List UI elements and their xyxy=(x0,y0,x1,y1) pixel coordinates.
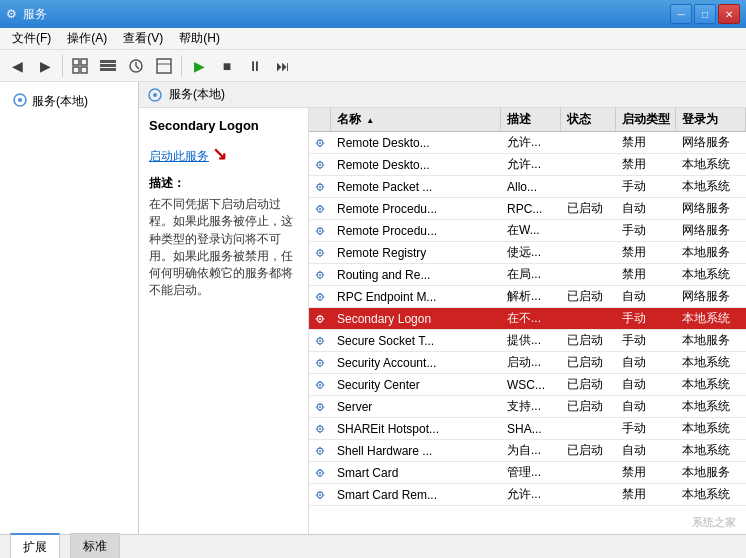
table-row[interactable]: Remote Deskto... 允许... 禁用 本地系统 xyxy=(309,154,746,176)
right-panel: 服务(本地) Secondary Logon 启动此服务 ↘ 描述： 在不同凭据… xyxy=(139,82,746,534)
row-startup: 自动 xyxy=(616,396,676,417)
services-table[interactable]: 名称 ▲ 描述 状态 启动类型 登录为 Remote xyxy=(309,108,746,534)
table-row[interactable]: Routing and Re... 在局... 禁用 本地系统 xyxy=(309,264,746,286)
row-name: Remote Deskto... xyxy=(331,132,501,153)
row-desc: 允许... xyxy=(501,132,561,153)
row-name: Remote Deskto... xyxy=(331,154,501,175)
row-startup: 手动 xyxy=(616,220,676,241)
arrow-indicator: ↘ xyxy=(212,144,227,164)
row-icon xyxy=(309,264,331,285)
header-startup[interactable]: 启动类型 xyxy=(616,108,676,131)
row-icon xyxy=(309,308,331,329)
header-desc[interactable]: 描述 xyxy=(501,108,561,131)
row-logon: 本地系统 xyxy=(676,264,746,285)
maximize-button[interactable]: □ xyxy=(694,4,716,24)
table-row[interactable]: Secondary Logon 在不... 手动 本地系统 xyxy=(309,308,746,330)
start-service-button[interactable]: ▶ xyxy=(186,53,212,79)
close-button[interactable]: ✕ xyxy=(718,4,740,24)
row-icon xyxy=(309,374,331,395)
table-row[interactable]: Remote Registry 使远... 禁用 本地服务 xyxy=(309,242,746,264)
row-logon: 本地系统 xyxy=(676,440,746,461)
minimize-button[interactable]: ─ xyxy=(670,4,692,24)
toolbar-btn-1[interactable] xyxy=(67,53,93,79)
row-name: Remote Procedu... xyxy=(331,220,501,241)
svg-point-107 xyxy=(319,471,321,473)
row-startup: 手动 xyxy=(616,308,676,329)
sort-icon: ▲ xyxy=(366,116,374,125)
svg-point-17 xyxy=(319,141,321,143)
row-startup: 禁用 xyxy=(616,484,676,505)
sidebar-item-label: 服务(本地) xyxy=(32,93,88,110)
svg-rect-10 xyxy=(157,59,171,73)
panel-header-icon xyxy=(147,87,163,103)
table-row[interactable]: Security Account... 启动... 已启动 自动 本地系统 xyxy=(309,352,746,374)
row-name: Security Center xyxy=(331,374,501,395)
toolbar-btn-2[interactable] xyxy=(95,53,121,79)
table-row[interactable]: Secure Socket T... 提供... 已启动 手动 本地服务 xyxy=(309,330,746,352)
tab-standard[interactable]: 标准 xyxy=(70,533,120,558)
row-logon: 本地系统 xyxy=(676,352,746,373)
svg-rect-4 xyxy=(100,60,116,63)
row-startup: 禁用 xyxy=(616,242,676,263)
menu-action[interactable]: 操作(A) xyxy=(59,29,115,49)
header-logon[interactable]: 登录为 xyxy=(676,108,746,131)
header-icon xyxy=(309,108,331,131)
svg-point-95 xyxy=(319,427,321,429)
menu-file[interactable]: 文件(F) xyxy=(4,29,59,49)
table-row[interactable]: Shell Hardware ... 为自... 已启动 自动 本地系统 xyxy=(309,440,746,462)
row-logon: 网络服务 xyxy=(676,286,746,307)
row-startup: 禁用 xyxy=(616,154,676,175)
header-status[interactable]: 状态 xyxy=(561,108,616,131)
start-service-link[interactable]: 启动此服务 xyxy=(149,149,209,163)
row-icon xyxy=(309,462,331,483)
row-logon: 本地系统 xyxy=(676,484,746,505)
stop-service-button[interactable]: ■ xyxy=(214,53,240,79)
toolbar-btn-3[interactable] xyxy=(123,53,149,79)
table-row[interactable]: SHAREit Hotspot... SHA... 手动 本地系统 xyxy=(309,418,746,440)
svg-line-9 xyxy=(136,66,139,69)
row-icon xyxy=(309,220,331,241)
table-body: Remote Deskto... 允许... 禁用 网络服务 Remote De… xyxy=(309,132,746,506)
menu-help[interactable]: 帮助(H) xyxy=(171,29,228,49)
table-row[interactable]: Remote Procedu... RPC... 已启动 自动 网络服务 xyxy=(309,198,746,220)
svg-point-15 xyxy=(153,93,157,97)
menu-view[interactable]: 查看(V) xyxy=(115,29,171,49)
status-bar: 扩展 标准 xyxy=(0,534,746,558)
sidebar-item-local-services[interactable]: 服务(本地) xyxy=(8,90,130,113)
row-name: Remote Registry xyxy=(331,242,501,263)
table-row[interactable]: Smart Card 管理... 禁用 本地服务 xyxy=(309,462,746,484)
row-icon xyxy=(309,484,331,505)
row-status: 已启动 xyxy=(561,198,616,219)
row-logon: 本地系统 xyxy=(676,154,746,175)
svg-point-41 xyxy=(319,229,321,231)
table-row[interactable]: Server 支持... 已启动 自动 本地系统 xyxy=(309,396,746,418)
row-name: Remote Packet ... xyxy=(331,176,501,197)
row-startup: 手动 xyxy=(616,176,676,197)
row-name: Remote Procedu... xyxy=(331,198,501,219)
table-row[interactable]: Remote Packet ... Allo... 手动 本地系统 xyxy=(309,176,746,198)
restart-service-button[interactable]: ⏭ xyxy=(270,53,296,79)
row-desc: RPC... xyxy=(501,198,561,219)
row-name: Secondary Logon xyxy=(331,308,501,329)
header-name[interactable]: 名称 ▲ xyxy=(331,108,501,131)
table-row[interactable]: RPC Endpoint M... 解析... 已启动 自动 网络服务 xyxy=(309,286,746,308)
table-row[interactable]: Remote Deskto... 允许... 禁用 网络服务 xyxy=(309,132,746,154)
pause-service-button[interactable]: ⏸ xyxy=(242,53,268,79)
tab-extended[interactable]: 扩展 xyxy=(10,533,60,559)
row-icon xyxy=(309,242,331,263)
row-name: Smart Card xyxy=(331,462,501,483)
service-name: Secondary Logon xyxy=(149,118,298,133)
svg-point-65 xyxy=(319,317,321,319)
row-name: Secure Socket T... xyxy=(331,330,501,351)
row-name: Routing and Re... xyxy=(331,264,501,285)
back-button[interactable]: ◀ xyxy=(4,53,30,79)
table-row[interactable]: Remote Procedu... 在W... 手动 网络服务 xyxy=(309,220,746,242)
svg-point-71 xyxy=(319,339,321,341)
forward-button[interactable]: ▶ xyxy=(32,53,58,79)
table-row[interactable]: Smart Card Rem... 允许... 禁用 本地系统 xyxy=(309,484,746,506)
row-name: Smart Card Rem... xyxy=(331,484,501,505)
row-name: Shell Hardware ... xyxy=(331,440,501,461)
table-row[interactable]: Security Center WSC... 已启动 自动 本地系统 xyxy=(309,374,746,396)
toolbar-btn-4[interactable] xyxy=(151,53,177,79)
panel-header-title: 服务(本地) xyxy=(169,86,225,103)
